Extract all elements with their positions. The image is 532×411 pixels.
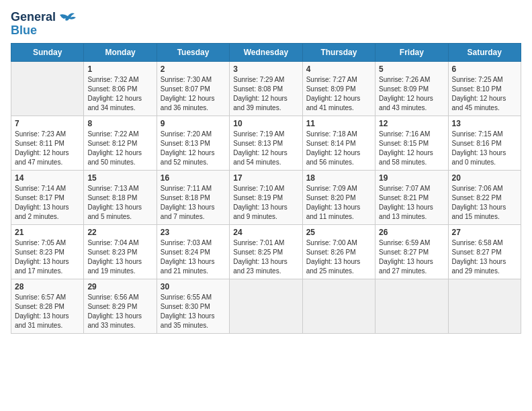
calendar-cell (11, 61, 84, 116)
day-detail: Sunrise: 7:04 AM Sunset: 8:23 PM Dayligh… (87, 238, 152, 276)
day-number: 7 (15, 119, 80, 128)
calendar-week-row: 7Sunrise: 7:23 AM Sunset: 8:11 PM Daylig… (11, 116, 521, 170)
calendar-cell: 11Sunrise: 7:18 AM Sunset: 8:14 PM Dayli… (302, 116, 375, 170)
day-detail: Sunrise: 7:06 AM Sunset: 8:22 PM Dayligh… (452, 184, 517, 222)
calendar-cell: 6Sunrise: 7:25 AM Sunset: 8:10 PM Daylig… (448, 61, 521, 116)
day-detail: Sunrise: 7:32 AM Sunset: 8:06 PM Dayligh… (87, 75, 152, 113)
calendar-cell: 19Sunrise: 7:07 AM Sunset: 8:21 PM Dayli… (375, 170, 448, 224)
day-number: 26 (379, 228, 444, 237)
weekday-header-monday: Monday (84, 43, 157, 61)
header: General Blue (11, 11, 521, 38)
day-number: 1 (87, 64, 152, 74)
day-detail: Sunrise: 7:20 AM Sunset: 8:13 PM Dayligh… (161, 130, 226, 167)
day-detail: Sunrise: 7:07 AM Sunset: 8:21 PM Dayligh… (379, 184, 444, 222)
calendar-cell: 15Sunrise: 7:13 AM Sunset: 8:18 PM Dayli… (84, 170, 157, 224)
calendar-cell: 9Sunrise: 7:20 AM Sunset: 8:13 PM Daylig… (157, 116, 229, 170)
day-detail: Sunrise: 7:11 AM Sunset: 8:18 PM Dayligh… (161, 184, 226, 222)
day-detail: Sunrise: 7:13 AM Sunset: 8:18 PM Dayligh… (87, 184, 152, 222)
calendar-cell: 22Sunrise: 7:04 AM Sunset: 8:23 PM Dayli… (84, 224, 157, 279)
day-number: 17 (233, 173, 298, 183)
day-number: 28 (15, 282, 80, 291)
calendar-cell: 8Sunrise: 7:22 AM Sunset: 8:12 PM Daylig… (84, 116, 157, 170)
day-number: 16 (161, 173, 226, 183)
day-detail: Sunrise: 7:05 AM Sunset: 8:23 PM Dayligh… (15, 238, 80, 276)
calendar-table: SundayMondayTuesdayWednesdayThursdayFrid… (11, 43, 521, 334)
weekday-header-tuesday: Tuesday (157, 43, 229, 61)
calendar-cell: 13Sunrise: 7:15 AM Sunset: 8:16 PM Dayli… (448, 116, 521, 170)
day-detail: Sunrise: 7:29 AM Sunset: 8:08 PM Dayligh… (233, 75, 298, 113)
day-detail: Sunrise: 7:26 AM Sunset: 8:09 PM Dayligh… (379, 75, 444, 113)
day-number: 24 (233, 228, 298, 237)
calendar-cell: 27Sunrise: 6:58 AM Sunset: 8:27 PM Dayli… (448, 224, 521, 279)
calendar-cell: 10Sunrise: 7:19 AM Sunset: 8:13 PM Dayli… (230, 116, 302, 170)
calendar-cell (448, 279, 521, 333)
day-number: 18 (306, 173, 371, 183)
day-detail: Sunrise: 6:55 AM Sunset: 8:30 PM Dayligh… (161, 293, 226, 330)
calendar-header: SundayMondayTuesdayWednesdayThursdayFrid… (11, 43, 521, 61)
day-number: 23 (161, 228, 226, 237)
logo-general: General (11, 10, 56, 24)
day-number: 8 (87, 119, 152, 128)
calendar-cell: 21Sunrise: 7:05 AM Sunset: 8:23 PM Dayli… (11, 224, 84, 279)
weekday-header-row: SundayMondayTuesdayWednesdayThursdayFrid… (11, 43, 521, 61)
day-detail: Sunrise: 7:16 AM Sunset: 8:15 PM Dayligh… (379, 130, 444, 167)
day-detail: Sunrise: 7:18 AM Sunset: 8:14 PM Dayligh… (306, 130, 371, 167)
day-number: 29 (87, 282, 152, 291)
calendar-cell (375, 279, 448, 333)
day-number: 2 (161, 64, 226, 74)
weekday-header-wednesday: Wednesday (230, 43, 302, 61)
day-number: 13 (452, 119, 517, 128)
weekday-header-friday: Friday (375, 43, 448, 61)
weekday-header-sunday: Sunday (11, 43, 84, 61)
day-number: 9 (161, 119, 226, 128)
day-number: 6 (452, 64, 517, 74)
calendar-cell: 23Sunrise: 7:03 AM Sunset: 8:24 PM Dayli… (157, 224, 229, 279)
calendar-cell: 16Sunrise: 7:11 AM Sunset: 8:18 PM Dayli… (157, 170, 229, 224)
calendar-cell: 4Sunrise: 7:27 AM Sunset: 8:09 PM Daylig… (302, 61, 375, 116)
calendar-week-row: 14Sunrise: 7:14 AM Sunset: 8:17 PM Dayli… (11, 170, 521, 224)
day-detail: Sunrise: 7:22 AM Sunset: 8:12 PM Dayligh… (87, 130, 152, 167)
day-number: 10 (233, 119, 298, 128)
calendar-cell: 5Sunrise: 7:26 AM Sunset: 8:09 PM Daylig… (375, 61, 448, 116)
day-number: 5 (379, 64, 444, 74)
day-detail: Sunrise: 6:57 AM Sunset: 8:28 PM Dayligh… (15, 293, 80, 330)
logo-bird-icon (58, 11, 77, 24)
calendar-body: 1Sunrise: 7:32 AM Sunset: 8:06 PM Daylig… (11, 61, 521, 333)
day-detail: Sunrise: 6:59 AM Sunset: 8:27 PM Dayligh… (379, 238, 444, 276)
logo-blue: Blue (11, 24, 37, 37)
calendar-week-row: 28Sunrise: 6:57 AM Sunset: 8:28 PM Dayli… (11, 279, 521, 333)
calendar-week-row: 21Sunrise: 7:05 AM Sunset: 8:23 PM Dayli… (11, 224, 521, 279)
calendar-cell: 14Sunrise: 7:14 AM Sunset: 8:17 PM Dayli… (11, 170, 84, 224)
calendar-cell: 18Sunrise: 7:09 AM Sunset: 8:20 PM Dayli… (302, 170, 375, 224)
logo-text: General Blue (11, 11, 56, 38)
day-number: 3 (233, 64, 298, 74)
calendar-cell: 17Sunrise: 7:10 AM Sunset: 8:19 PM Dayli… (230, 170, 302, 224)
day-number: 25 (306, 228, 371, 237)
day-detail: Sunrise: 7:15 AM Sunset: 8:16 PM Dayligh… (452, 130, 517, 167)
day-detail: Sunrise: 7:14 AM Sunset: 8:17 PM Dayligh… (15, 184, 80, 222)
day-detail: Sunrise: 7:00 AM Sunset: 8:26 PM Dayligh… (306, 238, 371, 276)
day-detail: Sunrise: 7:01 AM Sunset: 8:25 PM Dayligh… (233, 238, 298, 276)
calendar-cell: 2Sunrise: 7:30 AM Sunset: 8:07 PM Daylig… (157, 61, 229, 116)
day-detail: Sunrise: 6:56 AM Sunset: 8:29 PM Dayligh… (87, 293, 152, 330)
calendar-cell: 3Sunrise: 7:29 AM Sunset: 8:08 PM Daylig… (230, 61, 302, 116)
calendar-cell: 30Sunrise: 6:55 AM Sunset: 8:30 PM Dayli… (157, 279, 229, 333)
day-number: 11 (306, 119, 371, 128)
calendar-cell: 24Sunrise: 7:01 AM Sunset: 8:25 PM Dayli… (230, 224, 302, 279)
day-detail: Sunrise: 7:10 AM Sunset: 8:19 PM Dayligh… (233, 184, 298, 222)
day-number: 14 (15, 173, 80, 183)
calendar-cell: 25Sunrise: 7:00 AM Sunset: 8:26 PM Dayli… (302, 224, 375, 279)
calendar-cell: 1Sunrise: 7:32 AM Sunset: 8:06 PM Daylig… (84, 61, 157, 116)
day-number: 21 (15, 228, 80, 237)
calendar-cell (302, 279, 375, 333)
day-detail: Sunrise: 7:03 AM Sunset: 8:24 PM Dayligh… (161, 238, 226, 276)
calendar-cell: 26Sunrise: 6:59 AM Sunset: 8:27 PM Dayli… (375, 224, 448, 279)
day-number: 27 (452, 228, 517, 237)
day-number: 30 (161, 282, 226, 291)
calendar-cell (230, 279, 302, 333)
calendar-cell: 12Sunrise: 7:16 AM Sunset: 8:15 PM Dayli… (375, 116, 448, 170)
day-number: 20 (452, 173, 517, 183)
day-detail: Sunrise: 7:23 AM Sunset: 8:11 PM Dayligh… (15, 130, 80, 167)
day-detail: Sunrise: 6:58 AM Sunset: 8:27 PM Dayligh… (452, 238, 517, 276)
calendar-cell: 28Sunrise: 6:57 AM Sunset: 8:28 PM Dayli… (11, 279, 84, 333)
